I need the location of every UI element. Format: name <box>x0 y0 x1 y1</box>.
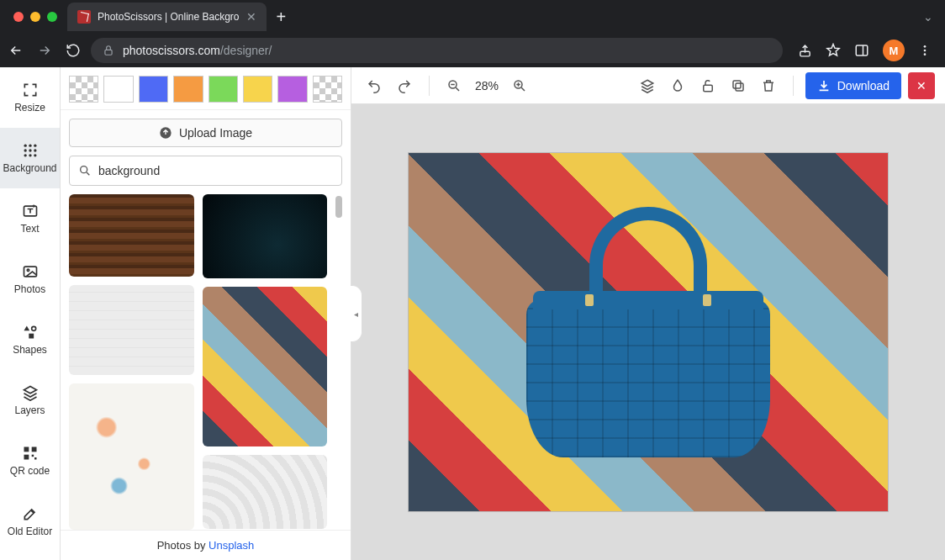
grid-icon <box>22 142 39 159</box>
svg-point-7 <box>29 145 31 147</box>
swatch-orange[interactable] <box>173 76 203 103</box>
new-tab-button[interactable]: + <box>267 8 297 27</box>
thumbs-scrollbar[interactable] <box>335 194 342 530</box>
svg-rect-16 <box>24 267 36 277</box>
download-icon <box>817 79 831 92</box>
download-button[interactable]: Download <box>805 72 901 99</box>
edit-icon <box>22 505 39 522</box>
svg-rect-20 <box>24 447 29 452</box>
color-swatches <box>61 67 351 110</box>
rail-resize[interactable]: Resize <box>0 67 60 128</box>
panel-collapse-handle[interactable]: ◂ <box>351 285 362 342</box>
address-bar[interactable]: photoscissors.com/designer/ <box>91 38 783 63</box>
svg-point-12 <box>24 154 26 156</box>
reload-icon[interactable] <box>66 43 81 58</box>
rail-old-editor[interactable]: Old Editor <box>0 491 60 552</box>
swatch-yellow[interactable] <box>243 76 272 103</box>
canvas-toolbar: 28% Download ✕ <box>351 67 945 104</box>
subject-handbag[interactable] <box>526 207 770 457</box>
rail-qrcode[interactable]: QR code <box>0 431 60 491</box>
undo-button[interactable] <box>362 73 387 98</box>
close-window[interactable] <box>13 12 24 22</box>
bg-thumb-wood[interactable] <box>69 194 194 277</box>
unsplash-link[interactable]: Unsplash <box>209 539 254 552</box>
close-button[interactable]: ✕ <box>908 72 935 99</box>
search-input[interactable] <box>98 164 333 177</box>
rail-label: Photos <box>14 283 45 295</box>
background-panel: Upload Image Photos by Unsplash ◂ <box>61 67 351 560</box>
svg-rect-2 <box>856 45 868 55</box>
delete-button[interactable] <box>756 73 781 98</box>
rail-label: Background <box>3 162 56 174</box>
rail-photos[interactable]: Photos <box>0 249 60 309</box>
canvas-area: 28% Download ✕ <box>351 67 945 560</box>
browser-tab[interactable]: PhotoScissors | Online Backgro ✕ <box>67 3 267 31</box>
redo-button[interactable] <box>392 73 417 98</box>
bg-thumb-diagonal-planks[interactable] <box>203 287 328 446</box>
photo-credits: Photos by Unsplash <box>61 530 351 560</box>
url-text: photoscissors.com/designer/ <box>123 44 272 57</box>
rail-label: QR code <box>10 465 50 477</box>
rail-shapes[interactable]: Shapes <box>0 309 60 370</box>
text-icon <box>22 203 39 219</box>
swatch-transparent-2[interactable] <box>313 76 342 103</box>
photo-icon <box>22 263 39 280</box>
upload-label: Upload Image <box>179 126 252 140</box>
svg-point-13 <box>29 154 31 156</box>
back-icon[interactable] <box>8 43 24 58</box>
close-tab-icon[interactable]: ✕ <box>246 10 256 24</box>
svg-point-9 <box>24 149 26 151</box>
forward-icon[interactable] <box>37 43 52 58</box>
avatar[interactable]: M <box>883 40 905 61</box>
bg-thumb-waves[interactable] <box>203 455 328 529</box>
rail-label: Shapes <box>13 344 47 356</box>
tab-title: PhotoScissors | Online Backgro <box>98 11 240 23</box>
rail-layers[interactable]: Layers <box>0 370 60 431</box>
rail-label: Resize <box>14 102 45 114</box>
maximize-window[interactable] <box>47 12 57 22</box>
bookmark-icon[interactable] <box>826 43 841 58</box>
swatch-blue[interactable] <box>139 76 168 103</box>
svg-rect-19 <box>29 334 34 339</box>
svg-point-4 <box>924 50 927 52</box>
share-icon[interactable] <box>798 44 812 58</box>
duplicate-button[interactable] <box>726 73 751 98</box>
opacity-button[interactable] <box>665 73 690 98</box>
resize-icon <box>22 82 39 98</box>
swatch-purple[interactable] <box>277 76 307 103</box>
svg-point-14 <box>34 154 36 156</box>
swatch-transparent[interactable] <box>69 76 98 103</box>
upload-image-button[interactable]: Upload Image <box>69 119 342 147</box>
svg-rect-22 <box>24 455 29 460</box>
svg-rect-0 <box>105 50 112 55</box>
canvas[interactable] <box>409 153 888 511</box>
kebab-icon[interactable] <box>918 44 932 57</box>
layers-icon <box>22 384 39 401</box>
svg-rect-24 <box>34 457 37 460</box>
unlock-button[interactable] <box>695 73 721 98</box>
swatch-green[interactable] <box>209 76 238 103</box>
svg-point-3 <box>924 45 927 48</box>
svg-rect-23 <box>31 455 34 457</box>
rail-text[interactable]: Text <box>0 188 60 249</box>
shapes-icon <box>22 324 39 341</box>
search-field[interactable] <box>69 156 342 186</box>
svg-point-8 <box>34 145 36 147</box>
canvas-background[interactable] <box>351 104 945 560</box>
minimize-window[interactable] <box>30 12 40 22</box>
rail-label: Text <box>20 223 39 235</box>
rail-background[interactable]: Background <box>0 128 60 188</box>
window-controls <box>7 12 67 22</box>
zoom-out-button[interactable] <box>441 73 467 98</box>
panel-icon[interactable] <box>854 43 869 58</box>
bg-thumb-dark-sky[interactable] <box>203 194 328 278</box>
bg-thumb-abstract-paint[interactable] <box>69 383 194 530</box>
background-thumbs <box>61 194 351 530</box>
download-label: Download <box>837 79 890 92</box>
layers-button[interactable] <box>635 73 660 98</box>
tabs-chevron-icon[interactable]: ⌄ <box>923 10 938 24</box>
zoom-in-button[interactable] <box>507 73 532 98</box>
svg-rect-21 <box>31 447 36 452</box>
swatch-white[interactable] <box>103 76 133 103</box>
bg-thumb-white-brick[interactable] <box>69 285 194 375</box>
